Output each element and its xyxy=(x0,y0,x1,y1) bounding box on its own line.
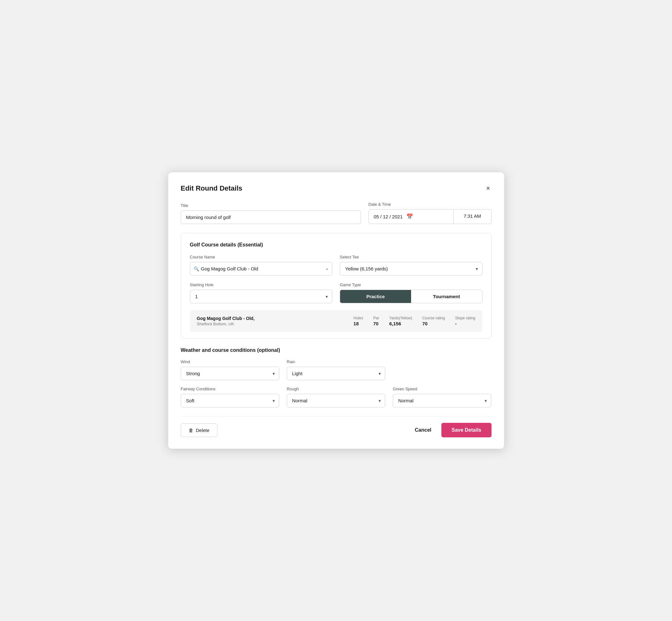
stat-yards: Yards(Yellow) 6,156 xyxy=(389,316,412,326)
tournament-button[interactable]: Tournament xyxy=(411,290,482,303)
stat-slope-rating: Slope rating - xyxy=(455,316,475,326)
wind-dropdown[interactable]: None Light Moderate Strong xyxy=(181,367,279,380)
holes-value: 18 xyxy=(353,321,363,326)
stat-holes: Holes 18 xyxy=(353,316,363,326)
rain-label: Rain xyxy=(287,360,385,364)
course-name-field-group: Course Name 🔍 × xyxy=(190,255,333,276)
course-rating-value: 70 xyxy=(422,321,445,326)
par-value: 70 xyxy=(373,321,379,326)
select-tee-field-group: Select Tee Yellow (6,156 yards) ▾ xyxy=(340,255,482,276)
save-button[interactable]: Save Details xyxy=(442,423,491,437)
modal-title: Edit Round Details xyxy=(181,184,243,193)
course-rating-label: Course rating xyxy=(422,316,445,320)
datetime-field-group: Date & Time 05 / 12 / 2021 📅 7:31 AM xyxy=(369,202,492,224)
select-tee-dropdown[interactable]: Yellow (6,156 yards) xyxy=(340,262,482,276)
rain-dropdown[interactable]: None Light Moderate Heavy xyxy=(287,367,385,380)
time-value: 7:31 AM xyxy=(463,213,481,219)
game-type-toggle: Practice Tournament xyxy=(340,290,482,303)
rain-field-group: Rain None Light Moderate Heavy ▾ xyxy=(287,360,385,380)
rough-select-wrap: Soft Normal Hard ▾ xyxy=(287,394,385,407)
hole-gametype-row: Starting Hole 1 ▾ Game Type Practice Tou… xyxy=(190,282,482,303)
conditions-row: Fairway Conditions Soft Normal Hard ▾ Ro… xyxy=(181,386,492,407)
green-speed-select-wrap: Slow Normal Fast ▾ xyxy=(393,394,491,407)
yards-value: 6,156 xyxy=(389,321,412,326)
title-field-group: Title xyxy=(181,203,361,224)
rough-label: Rough xyxy=(287,386,385,391)
fairway-dropdown[interactable]: Soft Normal Hard xyxy=(181,394,279,407)
green-speed-dropdown[interactable]: Slow Normal Fast xyxy=(393,394,491,407)
course-info-name: Gog Magog Golf Club - Old, xyxy=(197,316,354,321)
weather-section-title: Weather and course conditions (optional) xyxy=(181,347,492,353)
top-row: Title Date & Time 05 / 12 / 2021 📅 7:31 … xyxy=(181,202,492,224)
fairway-field-group: Fairway Conditions Soft Normal Hard ▾ xyxy=(181,386,279,407)
wind-field-group: Wind None Light Moderate Strong ▾ xyxy=(181,360,279,380)
rough-dropdown[interactable]: Soft Normal Hard xyxy=(287,394,385,407)
slope-rating-value: - xyxy=(455,321,475,326)
slope-rating-label: Slope rating xyxy=(455,316,475,320)
course-tee-row: Course Name 🔍 × Select Tee Yellow (6,156… xyxy=(190,255,482,276)
course-search-wrap: 🔍 × xyxy=(190,262,333,276)
holes-label: Holes xyxy=(353,316,363,320)
title-input[interactable] xyxy=(181,210,361,224)
clear-icon[interactable]: × xyxy=(326,266,328,272)
close-button[interactable]: × xyxy=(485,184,492,193)
course-name-input[interactable] xyxy=(190,262,333,276)
datetime-row: 05 / 12 / 2021 📅 7:31 AM xyxy=(369,209,492,224)
delete-label: Delete xyxy=(196,427,209,433)
course-info-bar: Gog Magog Golf Club - Old, Shelford Bott… xyxy=(190,310,482,332)
modal-header: Edit Round Details × xyxy=(181,184,492,193)
time-box[interactable]: 7:31 AM xyxy=(454,209,492,224)
cancel-button[interactable]: Cancel xyxy=(412,423,434,437)
green-speed-label: Green Speed xyxy=(393,386,491,391)
game-type-label: Game Type xyxy=(340,282,482,287)
stat-course-rating: Course rating 70 xyxy=(422,316,445,326)
fairway-select-wrap: Soft Normal Hard ▾ xyxy=(181,394,279,407)
fairway-label: Fairway Conditions xyxy=(181,386,279,391)
golf-section-title: Golf Course details (Essential) xyxy=(190,242,482,248)
datetime-label: Date & Time xyxy=(369,202,492,207)
title-label: Title xyxy=(181,203,361,208)
wind-rain-row: Wind None Light Moderate Strong ▾ Rain N… xyxy=(181,360,492,380)
search-icon: 🔍 xyxy=(194,266,199,272)
select-tee-wrap: Yellow (6,156 yards) ▾ xyxy=(340,262,482,276)
delete-button[interactable]: 🗑 Delete xyxy=(181,423,217,437)
practice-button[interactable]: Practice xyxy=(340,290,411,303)
course-stats: Holes 18 Par 70 Yards(Yellow) 6,156 Cour… xyxy=(353,316,475,326)
date-box[interactable]: 05 / 12 / 2021 📅 xyxy=(369,209,454,224)
stat-par: Par 70 xyxy=(373,316,379,326)
starting-hole-wrap: 1 ▾ xyxy=(190,290,333,303)
course-name-label: Course Name xyxy=(190,255,333,259)
starting-hole-dropdown[interactable]: 1 xyxy=(190,290,333,303)
starting-hole-label: Starting Hole xyxy=(190,282,333,287)
wind-label: Wind xyxy=(181,360,279,364)
select-tee-label: Select Tee xyxy=(340,255,482,259)
footer-right: Cancel Save Details xyxy=(412,423,492,437)
rain-select-wrap: None Light Moderate Heavy ▾ xyxy=(287,367,385,380)
yards-label: Yards(Yellow) xyxy=(389,316,412,320)
wind-select-wrap: None Light Moderate Strong ▾ xyxy=(181,367,279,380)
footer-row: 🗑 Delete Cancel Save Details xyxy=(181,416,492,437)
weather-section: Weather and course conditions (optional)… xyxy=(181,347,492,407)
green-speed-field-group: Green Speed Slow Normal Fast ▾ xyxy=(393,386,491,407)
golf-course-section: Golf Course details (Essential) Course N… xyxy=(181,233,492,339)
edit-round-modal: Edit Round Details × Title Date & Time 0… xyxy=(168,172,504,449)
game-type-field-group: Game Type Practice Tournament xyxy=(340,282,482,303)
starting-hole-field-group: Starting Hole 1 ▾ xyxy=(190,282,333,303)
par-label: Par xyxy=(373,316,379,320)
course-info-location: Shelford Bottom, UK xyxy=(197,322,354,326)
calendar-icon: 📅 xyxy=(406,213,413,220)
trash-icon: 🗑 xyxy=(189,427,194,433)
course-info-name-group: Gog Magog Golf Club - Old, Shelford Bott… xyxy=(197,316,354,326)
date-value: 05 / 12 / 2021 xyxy=(374,214,403,219)
rough-field-group: Rough Soft Normal Hard ▾ xyxy=(287,386,385,407)
